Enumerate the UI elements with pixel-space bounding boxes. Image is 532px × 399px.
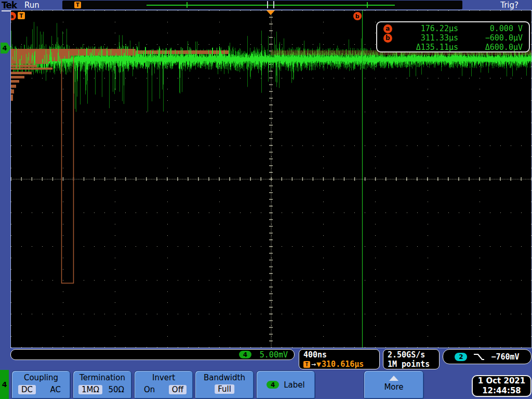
cursor-a-row: a 176.22µs 0.000 V bbox=[383, 24, 523, 33]
invert-off-option[interactable]: Off bbox=[169, 385, 187, 394]
cursor-a-time: 176.22µs bbox=[397, 24, 458, 33]
more-button[interactable]: More bbox=[364, 370, 424, 399]
label-title: Label bbox=[284, 380, 304, 390]
trigger-t-icon: T bbox=[303, 361, 310, 368]
horizontal-readout: 400ns T → ▼ 310.616µs bbox=[299, 349, 380, 369]
delay-value: 310.616µs bbox=[322, 360, 364, 369]
record-length-value: 1M points bbox=[388, 360, 435, 369]
channel-4-reference-marker[interactable]: 4 bbox=[1, 43, 11, 54]
cursor-a-volt: 0.000 V bbox=[458, 24, 523, 33]
label-button[interactable]: 4 Label bbox=[256, 370, 315, 399]
termination-button[interactable]: Termination 1MΩ 50Ω bbox=[73, 370, 132, 399]
invert-button[interactable]: Invert On Off bbox=[134, 370, 193, 399]
channel-4-scale-readout: 4 5.00mV bbox=[10, 349, 295, 360]
channel-2-badge: 2 bbox=[455, 353, 467, 361]
top-bar: Tek Run T Trig? bbox=[0, 0, 532, 10]
trigger-position-icon: T bbox=[74, 2, 81, 8]
arrow-icon: → bbox=[311, 360, 316, 369]
cursor-delta-row: Δ135.11µs Δ600.0µV bbox=[383, 43, 523, 52]
invert-on-option[interactable]: On bbox=[144, 385, 155, 394]
record-tick-icon bbox=[367, 2, 368, 8]
coupling-dc-option[interactable]: DC bbox=[18, 385, 36, 394]
cursor-a-badge: a bbox=[383, 24, 392, 33]
date-value: 1 Oct 2021 bbox=[478, 376, 525, 386]
cursor-b-badge: b bbox=[383, 34, 392, 43]
coupling-title: Coupling bbox=[12, 373, 70, 382]
coupling-button[interactable]: Coupling DC AC bbox=[11, 370, 71, 399]
falling-edge-icon bbox=[473, 353, 485, 361]
channel-4-badge: 4 bbox=[239, 351, 251, 358]
expansion-point-icon bbox=[267, 10, 275, 15]
time-value: 12:44:58 bbox=[482, 386, 521, 396]
cursor-b-marker[interactable]: b bbox=[353, 12, 362, 20]
bandwidth-title: Bandwidth bbox=[195, 373, 254, 382]
record-tick-icon bbox=[187, 2, 188, 8]
up-arrow-icon bbox=[389, 376, 398, 381]
delta-volt: Δ600.0µV bbox=[458, 43, 523, 52]
cursor-b-time: 311.33µs bbox=[397, 33, 458, 43]
oscilloscope-screen: Tek Run T Trig? a T b a 176.22µs 0.000 V… bbox=[0, 0, 532, 399]
waveform-canvas bbox=[11, 10, 531, 348]
trigger-readout: 2 −760mV bbox=[443, 349, 531, 364]
graticule-display: a T b a 176.22µs 0.000 V b 311.33µs −600… bbox=[10, 10, 532, 348]
sample-rate-value: 2.50GS/s bbox=[388, 350, 435, 360]
bandwidth-full-option[interactable]: Full bbox=[215, 384, 234, 394]
coupling-ac-option[interactable]: AC bbox=[50, 385, 61, 394]
delay-marker-icon: ▼ bbox=[316, 360, 321, 369]
datetime-box: 1 Oct 2021 12:44:58 bbox=[472, 375, 531, 397]
label-channel-badge: 4 bbox=[267, 381, 279, 389]
cursor-b-volt: −600.0µV bbox=[458, 33, 523, 43]
view-window-bracket-icon bbox=[267, 1, 274, 8]
delta-time: Δ135.11µs bbox=[397, 43, 458, 52]
acquisition-preview-bar: T bbox=[62, 1, 462, 9]
bandwidth-button[interactable]: Bandwidth Full bbox=[195, 370, 254, 399]
vertical-scale-value: 5.00mV bbox=[260, 350, 288, 360]
delay-readout: T → ▼ 310.616µs bbox=[303, 360, 375, 369]
cursor-readout-box: a 176.22µs 0.000 V b 311.33µs −600.0µV Δ… bbox=[376, 21, 530, 52]
acquisition-status: Run bbox=[24, 1, 39, 10]
trigger-status: Trig? bbox=[500, 1, 518, 10]
termination-title: Termination bbox=[73, 373, 131, 382]
timebase-value: 400ns bbox=[303, 350, 375, 360]
invert-title: Invert bbox=[135, 373, 193, 382]
cursor-b-row: b 311.33µs −600.0µV bbox=[383, 33, 523, 43]
acquisition-readout: 2.50GS/s 1M points bbox=[383, 349, 440, 369]
trigger-level-value: −760mV bbox=[491, 352, 519, 362]
termination-1m-option[interactable]: 1MΩ bbox=[78, 385, 102, 394]
trigger-offscreen-marker-icon: T bbox=[18, 12, 25, 19]
channel-4-menu-tab[interactable]: 4 bbox=[0, 370, 9, 399]
termination-50-option[interactable]: 50Ω bbox=[108, 385, 124, 394]
more-title: More bbox=[364, 382, 423, 392]
